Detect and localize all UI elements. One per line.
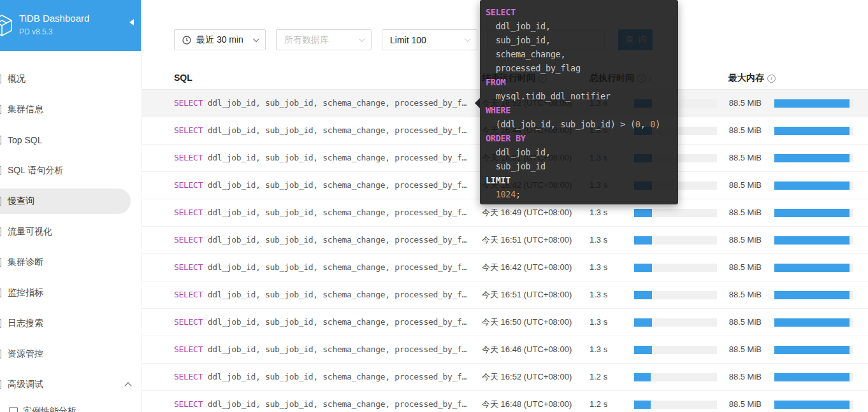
table-row[interactable]: SELECT ddl_job_id, sub_job_id, schema_ch…: [142, 309, 868, 336]
database-select-placeholder: 所有数据库: [284, 34, 329, 46]
menu-item-icon: [0, 166, 1, 175]
memory-bar: [774, 346, 853, 354]
memory-bar: [774, 373, 853, 381]
latency-cell: 1.2 s: [590, 364, 607, 390]
end-time-cell: 今天 16:42 (UTC+08:00): [482, 254, 572, 281]
app-title: TiDB Dashboard: [19, 13, 89, 24]
sidebar-nav: 概况 集群信息 Top SQL SQL 语句分析: [0, 64, 141, 412]
tidb-dashboard-page: TiDB Dashboard PD v8.5.3 概况 集群信息 Top SQL: [0, 0, 868, 412]
sql-cell: SELECT ddl_job_id, sub_job_id, schema_ch…: [174, 227, 467, 253]
menu-item-icon: [0, 350, 1, 359]
memory-cell: 88.5 MiB: [703, 254, 762, 281]
memory-cell: 88.5 MiB: [703, 145, 762, 171]
menu-item-icon: [0, 380, 1, 389]
table-row[interactable]: SELECT ddl_job_id, sub_job_id, schema_ch…: [142, 281, 868, 309]
memory-bar: [774, 181, 853, 190]
menu-item-icon: [0, 258, 1, 267]
memory-bar: [774, 236, 853, 245]
time-range-picker[interactable]: 最近 30 min: [174, 29, 266, 50]
memory-bar: [774, 264, 853, 272]
menu-item-icon: [0, 105, 1, 114]
sql-cell: SELECT ddl_job_id, sub_job_id, schema_ch…: [174, 172, 467, 199]
sidebar-header: TiDB Dashboard PD v8.5.3: [0, 0, 141, 51]
sidebar: TiDB Dashboard PD v8.5.3 概况 集群信息 Top SQL: [0, 0, 141, 412]
chevron-down-icon: [465, 36, 471, 42]
end-time-cell: 今天 16:50 (UTC+08:00): [482, 309, 572, 336]
menu-item-icon: [9, 407, 18, 412]
table-row[interactable]: SELECT ddl_job_id, sub_job_id, schema_ch…: [142, 391, 868, 412]
latency-cell: 1.3 s: [590, 227, 607, 253]
end-time-cell: 今天 16:51 (UTC+08:00): [482, 227, 572, 253]
memory-cell: 88.5 MiB: [703, 391, 762, 412]
memory-bar: [774, 127, 853, 135]
sidebar-item[interactable]: 高级调试: [0, 369, 141, 400]
memory-bar: [774, 318, 853, 327]
table-row[interactable]: SELECT ddl_job_id, sub_job_id, schema_ch…: [142, 227, 868, 254]
table-row[interactable]: SELECT ddl_job_id, sub_job_id, schema_ch…: [142, 364, 868, 391]
sidebar-item[interactable]: 慢查询: [0, 186, 141, 217]
sql-cell: SELECT ddl_job_id, sub_job_id, schema_ch…: [174, 254, 467, 281]
sql-cell: SELECT ddl_job_id, sub_job_id, schema_ch…: [174, 336, 467, 363]
sql-tooltip-code: SELECT ddl_job_id, sub_job_id, schema_ch…: [480, 0, 678, 201]
sidebar-item[interactable]: 概况: [0, 64, 141, 94]
sql-cell: SELECT ddl_job_id, sub_job_id, schema_ch…: [174, 199, 467, 226]
sql-cell: SELECT ddl_job_id, sub_job_id, schema_ch…: [174, 145, 467, 171]
memory-cell: 88.5 MiB: [703, 227, 762, 253]
sidebar-item[interactable]: 集群信息: [0, 94, 141, 125]
database-select[interactable]: 所有数据库: [276, 29, 372, 50]
latency-cell: 1.3 s: [590, 254, 607, 281]
sidebar-collapse-icon[interactable]: [129, 19, 134, 25]
column-header-max-memory[interactable]: 最大内存: [728, 67, 776, 89]
limit-select-value: Limit 100: [390, 35, 426, 45]
column-header-sql[interactable]: SQL: [174, 67, 192, 89]
sidebar-item[interactable]: 实例性能分析: [0, 396, 141, 412]
table-row[interactable]: SELECT ddl_job_id, sub_job_id, schema_ch…: [142, 254, 868, 281]
sidebar-item[interactable]: Top SQL: [0, 125, 141, 155]
clock-icon: [182, 36, 191, 45]
table-row[interactable]: SELECT ddl_job_id, sub_job_id, schema_ch…: [142, 336, 868, 364]
end-time-cell: 今天 16:48 (UTC+08:00): [482, 391, 572, 412]
latency-cell: 1.2 s: [590, 391, 607, 412]
sidebar-item[interactable]: 日志搜索: [0, 308, 141, 339]
menu-item-icon: [0, 75, 1, 83]
tooltip-arrow-icon: [475, 98, 480, 108]
memory-cell: 88.5 MiB: [703, 281, 762, 308]
menu-item-icon: [0, 136, 1, 145]
sql-cell: SELECT ddl_job_id, sub_job_id, schema_ch…: [174, 90, 467, 117]
time-range-label: 最近 30 min: [196, 34, 243, 46]
sidebar-item[interactable]: 资源管控: [0, 339, 141, 369]
limit-select[interactable]: Limit 100: [382, 29, 477, 50]
memory-bar: [774, 209, 853, 217]
sql-cell: SELECT ddl_job_id, sub_job_id, schema_ch…: [174, 364, 467, 390]
latency-cell: 1.3 s: [590, 336, 607, 363]
menu-item-icon: [0, 288, 1, 297]
chevron-down-icon: [253, 36, 259, 42]
tidb-logo-icon: [0, 14, 13, 37]
sql-cell: SELECT ddl_job_id, sub_job_id, schema_ch…: [174, 117, 467, 144]
latency-cell: 1.3 s: [590, 309, 607, 336]
memory-cell: 88.5 MiB: [703, 117, 762, 144]
end-time-cell: 今天 16:52 (UTC+08:00): [482, 364, 572, 390]
menu-item-icon: [0, 227, 1, 236]
sql-cell: SELECT ddl_job_id, sub_job_id, schema_ch…: [174, 309, 467, 336]
memory-cell: 88.5 MiB: [703, 364, 762, 390]
sidebar-item[interactable]: 流量可视化: [0, 217, 141, 247]
sql-cell: SELECT ddl_job_id, sub_job_id, schema_ch…: [174, 281, 467, 308]
memory-cell: 88.5 MiB: [703, 172, 762, 199]
sql-cell: SELECT ddl_job_id, sub_job_id, schema_ch…: [174, 391, 467, 412]
end-time-cell: 今天 16:46 (UTC+08:00): [482, 336, 572, 363]
memory-bar: [774, 401, 853, 409]
chevron-down-icon: [359, 36, 365, 42]
sidebar-item[interactable]: SQL 语句分析: [0, 155, 141, 186]
memory-cell: 88.5 MiB: [703, 199, 762, 226]
memory-bar: [774, 99, 853, 108]
end-time-cell: 今天 16:51 (UTC+08:00): [482, 281, 572, 308]
menu-item-icon: [0, 319, 1, 328]
memory-cell: 88.5 MiB: [703, 336, 762, 363]
sql-tooltip: SELECT ddl_job_id, sub_job_id, schema_ch…: [480, 0, 678, 204]
sidebar-item[interactable]: 监控指标: [0, 278, 141, 308]
memory-cell: 88.5 MiB: [703, 90, 762, 117]
latency-cell: 1.3 s: [590, 281, 607, 308]
memory-cell: 88.5 MiB: [703, 309, 762, 336]
sidebar-item[interactable]: 集群诊断: [0, 247, 141, 278]
